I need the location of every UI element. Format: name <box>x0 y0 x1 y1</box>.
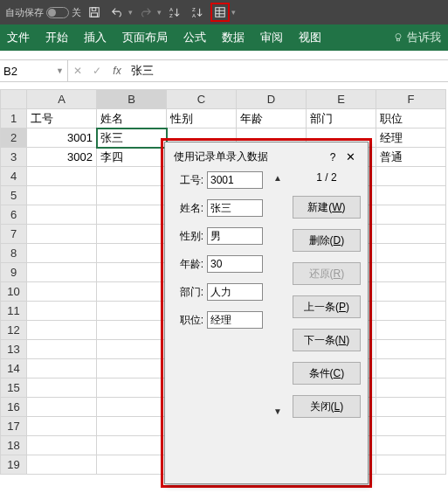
cancel-formula-icon: ✕ <box>68 65 87 77</box>
col-header-e[interactable]: E <box>307 90 376 109</box>
field-input-name[interactable] <box>207 199 263 217</box>
scroll-up-icon[interactable]: ▲ <box>273 173 282 183</box>
restore-button[interactable]: 还原(R) <box>293 262 361 285</box>
active-cell[interactable]: 张三 <box>97 128 167 148</box>
record-scrollbar[interactable]: ▲ ▼ <box>273 171 282 418</box>
field-input-gender[interactable] <box>207 227 263 245</box>
tab-file[interactable]: 文件 <box>7 30 30 45</box>
bulb-icon <box>393 32 403 43</box>
next-button[interactable]: 下一条(N) <box>293 329 361 351</box>
cell[interactable]: 姓名 <box>97 109 167 128</box>
fx-icon[interactable]: fx <box>107 65 128 77</box>
col-header-b[interactable]: B <box>97 90 167 109</box>
name-box-input[interactable] <box>3 65 52 78</box>
row-header[interactable]: 9 <box>1 263 27 282</box>
name-box[interactable]: ▼ <box>0 60 68 81</box>
delete-button[interactable]: 删除(D) <box>293 229 361 252</box>
row-header[interactable]: 13 <box>1 340 27 359</box>
formula-bar: ▼ ✕ ✓ fx <box>0 59 448 82</box>
row-header[interactable]: 7 <box>1 225 27 244</box>
row-header[interactable]: 15 <box>1 378 27 398</box>
cell[interactable]: 职位 <box>376 109 446 128</box>
row-header[interactable]: 17 <box>1 417 27 436</box>
field-input-id[interactable] <box>207 171 263 189</box>
field-input-age[interactable] <box>207 255 263 273</box>
scroll-down-icon[interactable]: ▼ <box>273 406 282 416</box>
svg-rect-1 <box>92 8 95 11</box>
row-header[interactable]: 5 <box>1 186 27 205</box>
cell[interactable]: 3001 <box>27 128 97 148</box>
tab-formulas[interactable]: 公式 <box>183 30 206 45</box>
data-form-dialog: 使用记录单录入数据 ? ✕ 工号: 姓名: 性别: 年龄: 部门: <box>164 142 369 484</box>
help-button[interactable]: ? <box>324 151 341 163</box>
row-header[interactable]: 11 <box>1 302 27 321</box>
cell[interactable]: 3002 <box>27 148 97 167</box>
sort-desc-icon[interactable]: ZA <box>188 3 207 22</box>
row-header[interactable]: 19 <box>1 455 27 475</box>
svg-rect-7 <box>216 8 225 17</box>
tab-home[interactable]: 开始 <box>45 30 68 45</box>
row-header[interactable]: 8 <box>1 244 27 263</box>
field-label-gender: 性别: <box>174 229 203 244</box>
svg-rect-12 <box>397 39 400 41</box>
svg-text:Z: Z <box>192 6 196 12</box>
tell-me-label: 告诉我 <box>407 30 441 45</box>
col-header-c[interactable]: C <box>167 90 237 109</box>
cell[interactable]: 李四 <box>97 148 167 167</box>
close-icon[interactable]: ✕ <box>341 150 359 163</box>
row-header[interactable]: 16 <box>1 398 27 417</box>
tab-review[interactable]: 审阅 <box>260 30 283 45</box>
field-input-pos[interactable] <box>207 311 263 329</box>
row-header[interactable]: 10 <box>1 282 27 302</box>
undo-dropdown-icon[interactable]: ▾ <box>128 8 133 17</box>
sort-asc-icon[interactable]: AZ <box>165 3 184 22</box>
qat-customize-icon[interactable]: ▾ <box>231 8 236 17</box>
toggle-icon <box>46 7 69 18</box>
ribbon-tabs: 文件 开始 插入 页面布局 公式 数据 审阅 视图 告诉我 <box>0 24 448 51</box>
autosave-toggle[interactable]: 自动保存 关 <box>5 6 81 19</box>
autosave-state: 关 <box>72 6 81 19</box>
title-bar: 自动保存 关 ▾ ▾ AZ ZA ▾ <box>0 0 448 24</box>
col-header-a[interactable]: A <box>27 90 97 109</box>
svg-text:Z: Z <box>169 12 173 18</box>
redo-dropdown-icon[interactable]: ▾ <box>157 8 162 17</box>
formula-input[interactable] <box>128 65 448 78</box>
redo-icon[interactable] <box>136 3 155 22</box>
tab-insert[interactable]: 插入 <box>84 30 107 45</box>
cell[interactable]: 经理 <box>376 128 446 148</box>
row-header[interactable]: 1 <box>1 109 27 128</box>
form-icon[interactable] <box>210 3 230 22</box>
form-fields: 工号: 姓名: 性别: 年龄: 部门: 职位: <box>174 171 263 418</box>
cell[interactable]: 工号 <box>27 109 97 128</box>
row-header[interactable]: 6 <box>1 205 27 225</box>
row-header[interactable]: 12 <box>1 321 27 340</box>
row-header[interactable]: 14 <box>1 359 27 378</box>
cell[interactable]: 部门 <box>307 109 376 128</box>
cell[interactable]: 年龄 <box>237 109 307 128</box>
cell[interactable]: 性别 <box>167 109 237 128</box>
dialog-titlebar[interactable]: 使用记录单录入数据 ? ✕ <box>174 148 359 171</box>
save-icon[interactable] <box>85 3 104 22</box>
tab-view[interactable]: 视图 <box>299 30 321 45</box>
prev-button[interactable]: 上一条(P) <box>293 295 361 318</box>
col-header-d[interactable]: D <box>237 90 307 109</box>
row-header[interactable]: 2 <box>1 128 27 148</box>
tab-layout[interactable]: 页面布局 <box>122 30 168 45</box>
criteria-button[interactable]: 条件(C) <box>293 362 361 385</box>
field-label-id: 工号: <box>174 173 203 188</box>
tab-data[interactable]: 数据 <box>222 30 245 45</box>
row-header[interactable]: 18 <box>1 436 27 455</box>
field-input-dept[interactable] <box>207 283 263 301</box>
row-header[interactable]: 3 <box>1 148 27 167</box>
undo-icon[interactable] <box>107 3 127 22</box>
new-button[interactable]: 新建(W) <box>293 196 361 219</box>
col-header-f[interactable]: F <box>376 90 446 109</box>
name-box-dropdown-icon[interactable]: ▼ <box>56 66 64 75</box>
close-button[interactable]: 关闭(L) <box>293 395 361 418</box>
select-all-corner[interactable] <box>1 90 27 109</box>
svg-point-11 <box>396 34 401 39</box>
field-label-pos: 职位: <box>174 313 203 328</box>
row-header[interactable]: 4 <box>1 167 27 186</box>
cell[interactable]: 普通 <box>376 148 446 167</box>
tell-me[interactable]: 告诉我 <box>393 30 441 45</box>
